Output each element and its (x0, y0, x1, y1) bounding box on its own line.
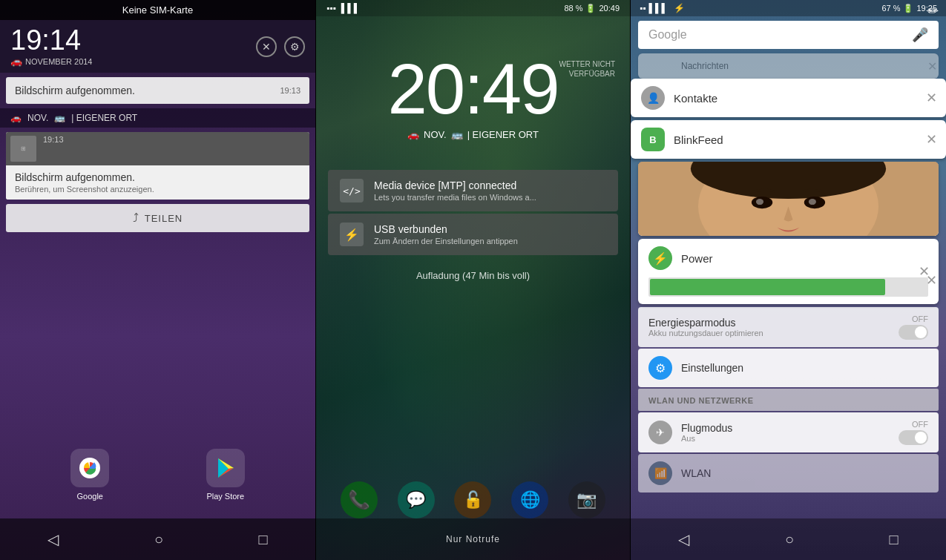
notif-header: 19:14 🚗 NOVEMBER 2014 ✕ ⚙ (0, 20, 315, 73)
portrait-card[interactable] (638, 162, 939, 236)
panel3-search-bar[interactable]: Google 🎤 (638, 21, 939, 49)
dock-phone[interactable]: 📞 (341, 481, 378, 518)
wlan-icon: 📶 (648, 461, 672, 485)
panel2-nav-bar: Nur Notrufe (316, 518, 630, 560)
dock-camera[interactable]: 📷 (568, 481, 605, 518)
weather-not-available: WETTER NICHTVERFÜGBAR (559, 59, 615, 79)
svg-point-8 (809, 199, 816, 205)
panel1-weather-row: 🚗 NOV. 🚌 | EIGENER ORT (0, 108, 315, 128)
notif-simple-card[interactable]: Bildschirm aufgenommen. 19:13 (6, 77, 309, 104)
flugmodus-label: Flugmodus (681, 422, 732, 434)
google-app-icon[interactable]: Google (70, 449, 109, 501)
energiesparmodus-toggle[interactable] (899, 325, 928, 340)
p2-notif-usb[interactable]: ⚡ USB verbunden Zum Ändern der Einstellu… (328, 214, 618, 255)
panel1-nav-bar: ◁ ○ □ (0, 518, 315, 560)
svg-point-7 (756, 199, 763, 205)
p2-status-right: 88 % 🔋 20:49 (564, 4, 620, 13)
einstellungen-icon: ⚙ (648, 356, 672, 380)
panel2-status-bar: ▪▪▪ ▌▌▌ 88 % 🔋 20:49 (316, 0, 630, 16)
back-btn[interactable]: ◁ (42, 524, 65, 554)
recents-btn[interactable]: □ (253, 525, 274, 554)
google-app-label: Google (77, 492, 103, 501)
wlan-section-title: WLAN UND NETZWERKE (648, 396, 754, 405)
flugmodus-info: Flugmodus Aus (681, 422, 732, 443)
power-card[interactable]: ⚡ Power ✕ (638, 239, 939, 304)
teilen-bar[interactable]: ⤴ TEILEN (6, 204, 309, 232)
dock-unlock[interactable]: 🔓 (454, 481, 491, 518)
einstellungen-close-btn[interactable]: ✕ (926, 272, 937, 289)
p2-location: | EIGENER ORT (467, 129, 539, 140)
notif-header-icons: ✕ ⚙ (256, 36, 305, 57)
bus-icon-p2: 🚌 (451, 129, 463, 140)
car-icon2: 🚗 (10, 113, 22, 123)
blinkfeed-title: BlinkFeed (674, 134, 723, 146)
edit-icon[interactable]: ✏ (927, 3, 939, 19)
blinkfeed-icon: B (641, 128, 665, 151)
p3-back-btn[interactable]: ◁ (672, 524, 695, 554)
panel2-date-row: 🚗 NOV. 🚌 | EIGENER ORT (316, 129, 630, 140)
p2-status-left: ▪▪▪ ▌▌▌ (326, 3, 360, 13)
wlan-row[interactable]: 📶 WLAN (638, 454, 939, 493)
panel2-notifications: </> Media device [MTP] connected Lets yo… (328, 170, 618, 255)
flugmodus-sub: Aus (681, 434, 732, 443)
portrait-image (638, 162, 939, 236)
notif-preview-time: 19:13 (43, 135, 64, 144)
p3-battery-pct: 67 % (881, 4, 900, 13)
p2-mtp-icon: </> (340, 179, 364, 202)
p3-battery-icon: 🔋 (903, 4, 913, 13)
close-notification-btn[interactable]: ✕ (256, 36, 277, 57)
p2-battery-icon: ▪▪▪ (326, 3, 336, 13)
power-icon: ⚡ (648, 246, 672, 270)
notif-expanded-card[interactable]: ⊞ 19:13 19:13 Bildschirm aufgenommen. Be… (6, 132, 309, 200)
p2-usb-content: USB verbunden Zum Ändern der Einstellung… (374, 223, 518, 246)
flugmodus-icon: ✈ (648, 421, 672, 444)
panel1-date: 🚗 NOVEMBER 2014 (10, 56, 92, 67)
dock-messages[interactable]: 💬 (398, 481, 435, 518)
p3-signal-icon: ▪▪ (640, 3, 646, 13)
blinkfeed-card[interactable]: B BlinkFeed ✕ (631, 120, 946, 159)
search-google-text: Google (648, 28, 687, 42)
search-mic-icon[interactable]: 🎤 (912, 27, 928, 43)
einstellungen-left: ⚙ Einstellungen (648, 356, 743, 380)
play-store-app-icon[interactable]: Play Store (206, 449, 245, 501)
home-btn[interactable]: ○ (148, 525, 169, 554)
panel1-weather-text: NOV. (27, 113, 48, 123)
p2-time: 20:49 (599, 4, 620, 13)
notif-thumb: ⊞ (10, 136, 36, 162)
power-bar-bg (648, 277, 928, 297)
notif-simple-time: 19:13 (280, 86, 300, 95)
p2-notif-mtp[interactable]: </> Media device [MTP] connected Lets yo… (328, 170, 618, 211)
panel2-lockscreen: ▪▪▪ ▌▌▌ 88 % 🔋 20:49 20:49 WETTER NICHTV… (315, 0, 631, 560)
power-card-header: ⚡ Power ✕ (638, 239, 939, 277)
flugmodus-row[interactable]: ✈ Flugmodus Aus OFF (638, 412, 939, 452)
play-store-label: Play Store (206, 492, 244, 501)
settings-icon[interactable]: ⚙ (284, 36, 305, 57)
flugmodus-toggle-label: OFF (912, 420, 928, 429)
panel1-app-row: Google Play Store (0, 449, 315, 501)
panel2-weather-info: WETTER NICHTVERFÜGBAR (559, 59, 615, 79)
einstellungen-row[interactable]: ⚙ Einstellungen ✕ (638, 349, 939, 387)
panel3-recents: ▪▪ ▌▌▌ ⚡ 67 % 🔋 19:25 Google 🎤 ✏ Nachric… (631, 0, 946, 560)
p3-signal2: ▌▌▌ (649, 3, 669, 13)
car-icon: 🚗 (10, 56, 22, 67)
panel1-notification-shade: Keine SIM-Karte 19:14 🚗 NOVEMBER 2014 ✕ … (0, 0, 315, 560)
dock-browser[interactable]: 🌐 (511, 481, 548, 518)
notif-expanded-body: 19:13 Bildschirm aufgenommen. Berühren, … (6, 165, 309, 200)
flugmodus-toggle[interactable] (899, 430, 928, 445)
energiesparmodus-row[interactable]: Energiesparmodus Akku nutzungsdauer opti… (638, 307, 939, 347)
einstellungen-label: Einstellungen (681, 362, 743, 374)
notif-time-section: 19:14 🚗 NOVEMBER 2014 (10, 26, 92, 67)
wlan-left: 📶 WLAN (648, 461, 711, 485)
blinkfeed-close-btn[interactable]: ✕ (926, 131, 937, 148)
kontakte-close-btn[interactable]: ✕ (926, 90, 937, 106)
emergency-label: Nur Notrufe (446, 534, 500, 544)
notif-preview-area: ⊞ 19:13 (6, 132, 309, 165)
p3-home-btn[interactable]: ○ (779, 525, 800, 554)
panel3-nav-bar: ◁ ○ □ (631, 518, 946, 560)
p3-recents-btn[interactable]: □ (884, 525, 904, 554)
notif-expanded-sub: Berühren, um Screenshot anzuzeigen. (15, 185, 300, 194)
p3-status-left: ▪▪ ▌▌▌ ⚡ (640, 3, 685, 13)
kontakte-card[interactable]: 👤 Kontakte ✕ (631, 79, 946, 117)
panel3-status-bar: ▪▪ ▌▌▌ ⚡ 67 % 🔋 19:25 (631, 0, 946, 16)
panel1-clock: 19:14 (10, 26, 92, 54)
